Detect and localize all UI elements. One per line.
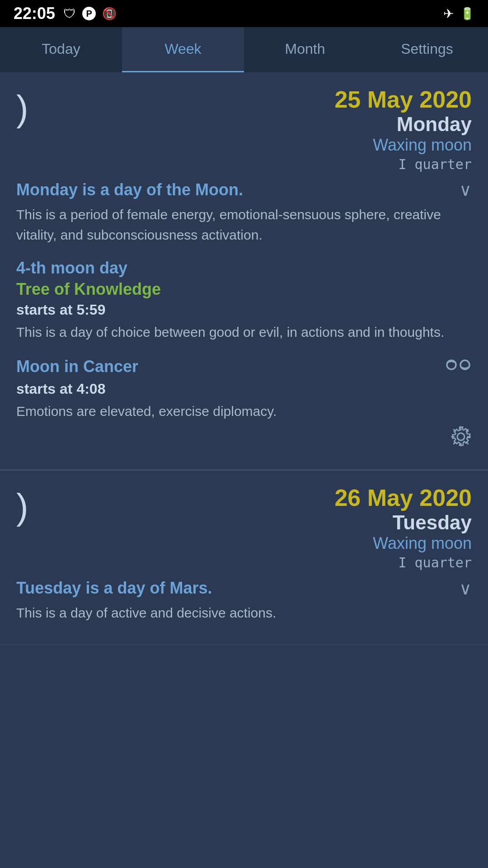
day-meaning-title-row: Monday is a day of the Moon. ∨ [16, 179, 472, 201]
day-card-1: ) 25 May 2020 Monday Waxing moon I quart… [0, 72, 488, 470]
moon-quarter-2: I quarter [334, 555, 472, 571]
moon-sign-title-row: Moon in Cancer [16, 355, 472, 379]
moon-day-section: 4-th moon day Tree of Knowledge starts a… [16, 258, 472, 343]
tuesday-meaning-chevron[interactable]: ∨ [459, 579, 472, 599]
moon-day-body: This is a day of choice between good or … [16, 322, 472, 342]
tab-bar: Today Week Month Settings [0, 27, 488, 72]
moon-quarter-1: I quarter [334, 156, 472, 172]
phone-outline-icon: 📵 [102, 7, 117, 21]
tab-week[interactable]: Week [122, 27, 244, 72]
day-date-block-2: 26 May 2020 Tuesday Waxing moon I quarte… [334, 484, 472, 571]
status-bar: 22:05 🛡 P 📵 ✈ 🔋 [0, 0, 488, 27]
moon-sign-body: Emotions are elevated, exercise diplomac… [16, 401, 472, 421]
svg-point-2 [457, 433, 465, 440]
day-name-2: Tuesday [334, 511, 472, 534]
moon-phase-1: Waxing moon [334, 136, 472, 155]
day-date-2: 26 May 2020 [334, 484, 472, 511]
tuesday-meaning-title-row: Tuesday is a day of Mars. ∨ [16, 578, 472, 599]
tab-month[interactable]: Month [244, 27, 366, 72]
airplane-icon: ✈ [443, 6, 454, 21]
day-date-1: 25 May 2020 [334, 86, 472, 113]
day-meaning-section: Monday is a day of the Moon. ∨ This is a… [16, 179, 472, 245]
tuesday-meaning-section: Tuesday is a day of Mars. ∨ This is a da… [16, 578, 472, 623]
parking-icon: P [82, 7, 96, 20]
day-meaning-chevron[interactable]: ∨ [459, 180, 472, 200]
day-date-block-1: 25 May 2020 Monday Waxing moon I quarter [334, 86, 472, 172]
battery-icon: 🔋 [460, 7, 474, 21]
tuesday-meaning-body: This is a day of active and decisive act… [16, 603, 472, 623]
day-header-2: ) 26 May 2020 Tuesday Waxing moon I quar… [16, 484, 472, 571]
moon-sign-starts: starts at 4:08 [16, 381, 472, 397]
shield-icon: 🛡 [63, 6, 76, 21]
status-time: 22:05 [14, 4, 55, 23]
moon-icon-2: ) [16, 489, 28, 525]
moon-icon-1: ) [16, 90, 28, 127]
tab-today[interactable]: Today [0, 27, 122, 72]
moon-day-starts: starts at 5:59 [16, 302, 472, 318]
cancer-icon [445, 355, 472, 379]
tab-settings[interactable]: Settings [366, 27, 488, 72]
day-meaning-body: This is a period of female energy, emoti… [16, 204, 472, 245]
moon-sign-section: Moon in Cancer starts at 4:08 Emotions a… [16, 355, 472, 448]
moon-day-label: 4-th moon day [16, 258, 472, 279]
moon-sign-title: Moon in Cancer [16, 356, 138, 377]
moon-phase-2: Waxing moon [334, 534, 472, 553]
gear-icon[interactable] [16, 426, 472, 448]
moon-day-symbol: Tree of Knowledge [16, 279, 472, 300]
day-card-2: ) 26 May 2020 Tuesday Waxing moon I quar… [0, 471, 488, 645]
tuesday-meaning-title: Tuesday is a day of Mars. [16, 578, 212, 599]
day-meaning-title: Monday is a day of the Moon. [16, 179, 243, 201]
day-header-1: ) 25 May 2020 Monday Waxing moon I quart… [16, 86, 472, 172]
day-name-1: Monday [334, 113, 472, 136]
